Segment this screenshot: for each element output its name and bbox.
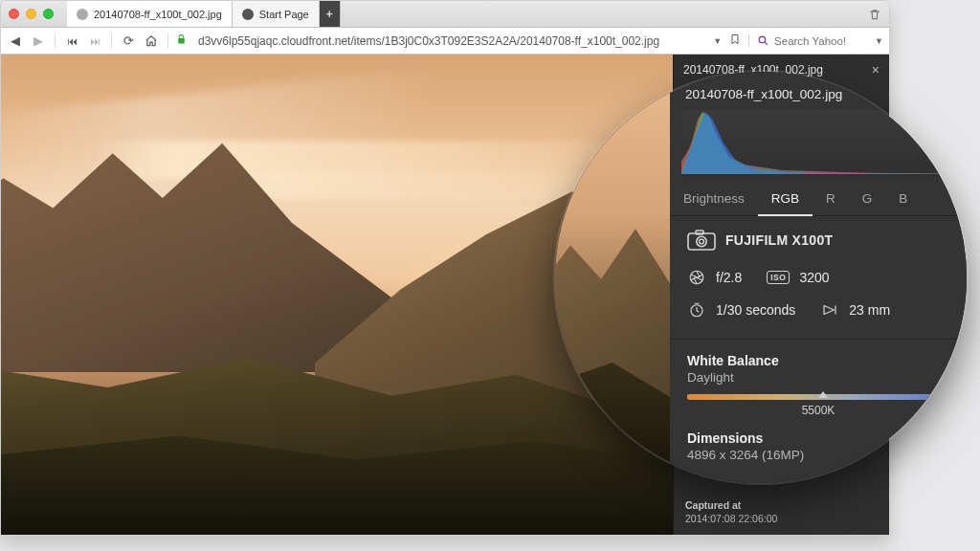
tab-g[interactable]: G — [849, 183, 886, 215]
svg-point-3 — [697, 236, 706, 246]
trash-icon[interactable] — [868, 8, 881, 21]
url-bar[interactable]: d3vv6lp55qjaqc.cloudfront.net/items/1B3j… — [192, 34, 707, 48]
inspector-filename: 20140708-ff_x100t_002.jpg — [685, 87, 842, 101]
magnifier-lens: 20140708-ff_x100t_002.jpg × Brightness R… — [555, 72, 967, 483]
back-button[interactable]: ◀ — [7, 33, 24, 50]
wb-label: White Balance — [687, 353, 949, 368]
url-dropdown-icon[interactable]: ▼ — [713, 36, 722, 46]
new-tab-button[interactable]: + — [320, 1, 341, 27]
globe-icon — [242, 9, 254, 20]
dimensions-value: 4896 x 3264 (16MP) — [687, 448, 949, 462]
search-input[interactable] — [774, 35, 870, 47]
dimensions-label: Dimensions — [687, 430, 949, 446]
cloud-icon — [77, 9, 88, 20]
shutter-icon — [687, 300, 706, 320]
reload-button[interactable]: ⟳ — [120, 33, 137, 50]
nav-toolbar: ◀ ▶ ⏮ ⏭ ⟳ d3vv6lp55qjaqc.cloudfront.net/… — [1, 28, 889, 55]
minimize-window-icon[interactable] — [26, 9, 36, 19]
fast-forward-button[interactable]: ⏭ — [86, 33, 103, 50]
captured-label: Captured at — [685, 498, 777, 512]
search-engine-icon — [757, 34, 769, 47]
camera-icon — [687, 230, 716, 251]
dimensions-section: Dimensions 4896 x 3264 (16MP) — [670, 427, 967, 462]
rewind-button[interactable]: ⏮ — [63, 33, 80, 50]
aperture-icon — [687, 268, 706, 287]
close-window-icon[interactable] — [9, 9, 19, 19]
search-box[interactable]: ▼ — [748, 34, 883, 47]
traffic-lights — [9, 9, 54, 19]
iso-icon: ISO — [767, 271, 790, 284]
tab-start-page[interactable]: Start Page — [233, 1, 320, 27]
white-balance-section: White Balance Daylight 5500K — [670, 349, 967, 417]
window-titlebar: 20140708-ff_x100t_002.jpg Start Page + — [1, 1, 889, 28]
wb-kelvin: 5500K — [687, 404, 949, 417]
wb-slider-handle[interactable] — [818, 391, 828, 398]
search-dropdown-icon[interactable]: ▼ — [875, 36, 883, 46]
camera-model: FUJIFILM X100T — [725, 232, 833, 248]
tab-label: 20140708-ff_x100t_002.jpg — [94, 9, 222, 20]
iso-value: 3200 — [799, 270, 829, 285]
captured-value: 2014:07:08 22:06:00 — [685, 513, 777, 524]
focal-length-icon — [820, 300, 839, 320]
forward-button[interactable]: ▶ — [30, 33, 47, 50]
tab-label: Start Page — [259, 9, 309, 20]
close-icon[interactable]: × — [945, 85, 953, 102]
tab-r[interactable]: R — [813, 183, 849, 215]
url-text: d3vv6lp55qjaqc.cloudfront.net/items/1B3j… — [198, 34, 659, 48]
close-icon[interactable]: × — [872, 62, 880, 77]
tab-brightness[interactable]: Brightness — [670, 183, 758, 215]
captured-at: Captured at 2014:07:08 22:06:00 — [685, 498, 777, 525]
svg-rect-2 — [696, 231, 703, 234]
tab-strip: 20140708-ff_x100t_002.jpg Start Page + — [67, 1, 341, 27]
histogram-tabs: Brightness RGB R G B — [670, 183, 967, 216]
wb-value: Daylight — [687, 370, 949, 385]
bookmark-icon[interactable] — [729, 33, 741, 49]
histogram-chart — [681, 110, 955, 174]
shutter-value: 1/30 seconds — [716, 302, 795, 318]
wb-slider[interactable] — [687, 394, 949, 400]
exif-block: FUJIFILM X100T f/2.8 ISO 3200 — [670, 228, 967, 335]
home-button[interactable] — [143, 33, 160, 50]
inspector-panel: 20140708-ff_x100t_002.jpg × Brightness R… — [670, 72, 967, 483]
tab-b[interactable]: B — [885, 183, 913, 215]
tab-rgb[interactable]: RGB — [758, 183, 813, 216]
svg-point-0 — [759, 36, 766, 43]
tab-image[interactable]: 20140708-ff_x100t_002.jpg — [67, 1, 233, 27]
zoom-window-icon[interactable] — [43, 9, 54, 19]
focal-value: 23 mm — [849, 302, 890, 318]
svg-point-4 — [700, 239, 704, 244]
aperture-value: f/2.8 — [716, 270, 742, 285]
histogram — [681, 110, 955, 177]
lock-icon — [176, 33, 187, 48]
